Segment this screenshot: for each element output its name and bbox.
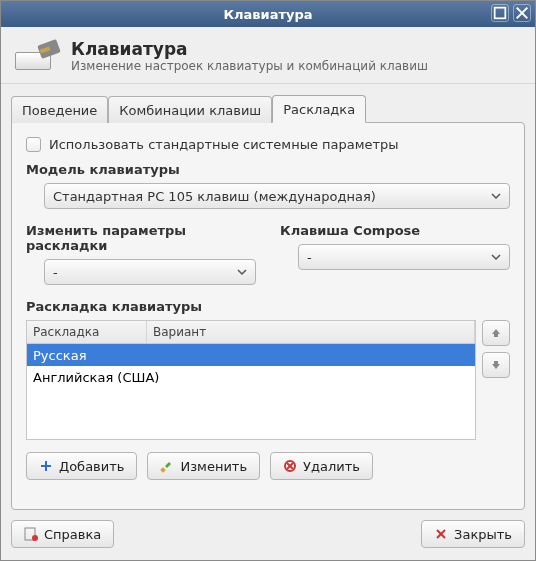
layouts-table[interactable]: Раскладка Вариант Русская Английская (СШ… xyxy=(26,320,476,440)
use-system-defaults-label: Использовать стандартные системные парам… xyxy=(49,137,399,152)
table-row[interactable]: Английская (США) xyxy=(27,366,475,388)
use-system-defaults-checkbox[interactable] xyxy=(26,137,41,152)
keyboard-model-label: Модель клавиатуры xyxy=(26,162,510,177)
table-row[interactable]: Русская xyxy=(27,344,475,366)
plus-icon xyxy=(39,459,53,473)
dialog-footer: Справка Закрыть xyxy=(1,510,535,560)
chevron-down-icon xyxy=(491,252,501,262)
tab-layout-panel: Использовать стандартные системные парам… xyxy=(11,122,525,510)
delete-icon xyxy=(283,459,297,473)
header: Клавиатура Изменение настроек клавиатуры… xyxy=(1,27,535,83)
window-content: Клавиатура Изменение настроек клавиатуры… xyxy=(1,27,535,560)
page-title: Клавиатура xyxy=(71,39,428,59)
help-icon xyxy=(24,527,38,541)
arrow-up-icon xyxy=(489,326,503,340)
column-layout[interactable]: Раскладка xyxy=(27,321,147,343)
keyboard-settings-icon xyxy=(15,42,59,70)
svg-rect-0 xyxy=(495,8,506,19)
change-layout-options-label: Изменить параметры раскладки xyxy=(26,223,256,253)
window-minimize-button[interactable] xyxy=(491,4,509,22)
add-button[interactable]: Добавить xyxy=(26,452,137,480)
compose-key-select[interactable]: - xyxy=(298,244,510,270)
edit-button[interactable]: Изменить xyxy=(147,452,260,480)
close-button[interactable]: Закрыть xyxy=(421,520,525,548)
keyboard-layouts-label: Раскладка клавиатуры xyxy=(26,299,510,314)
tab-layout[interactable]: Раскладка xyxy=(272,95,366,123)
svg-rect-3 xyxy=(161,467,167,473)
change-layout-options-select[interactable]: - xyxy=(44,259,256,285)
window-title: Клавиатура xyxy=(223,7,312,22)
page-subtitle: Изменение настроек клавиатуры и комбинац… xyxy=(71,59,428,73)
arrow-down-icon xyxy=(489,358,503,372)
compose-key-label: Клавиша Compose xyxy=(280,223,510,238)
delete-button[interactable]: Удалить xyxy=(270,452,373,480)
move-down-button[interactable] xyxy=(482,352,510,378)
column-variant[interactable]: Вариант xyxy=(147,321,475,343)
help-button[interactable]: Справка xyxy=(11,520,114,548)
tab-shortcuts[interactable]: Комбинации клавиш xyxy=(108,96,272,123)
move-up-button[interactable] xyxy=(482,320,510,346)
close-icon xyxy=(434,527,448,541)
keyboard-model-select[interactable]: Стандартная PC 105 клавиш (международная… xyxy=(44,183,510,209)
tab-behavior[interactable]: Поведение xyxy=(11,96,108,123)
titlebar[interactable]: Клавиатура xyxy=(1,1,535,27)
chevron-down-icon xyxy=(491,191,501,201)
svg-point-8 xyxy=(32,535,38,541)
chevron-down-icon xyxy=(237,267,247,277)
window-close-button[interactable] xyxy=(513,4,531,22)
tabbar: Поведение Комбинации клавиш Раскладка xyxy=(11,94,525,122)
dialog-window: Клавиатура Клавиатура Изменение настроек… xyxy=(0,0,536,561)
pencil-icon xyxy=(160,459,174,473)
